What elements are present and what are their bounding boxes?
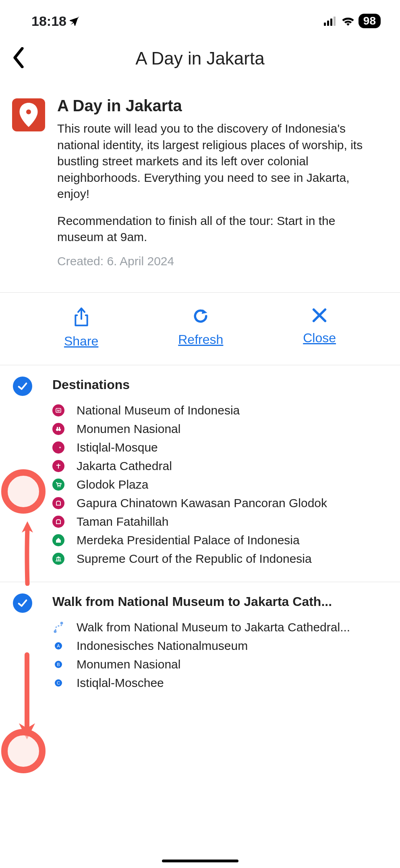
wifi-icon (342, 13, 354, 29)
close-button[interactable]: Close (303, 307, 336, 349)
destination-item[interactable]: Jakarta Cathedral (52, 459, 388, 473)
route-stop-icon: A (52, 640, 64, 652)
trip-title: A Day in Jakarta (57, 97, 384, 115)
home-indicator (162, 860, 238, 862)
cellular-icon (324, 13, 338, 29)
svg-rect-26 (60, 558, 60, 560)
poi-icon-bank (52, 553, 64, 565)
destination-label: Merdeka Presidential Palace of Indonesia (77, 533, 300, 547)
svg-rect-15 (59, 427, 60, 429)
walk-label: Walk from National Museum to Jakarta Cat… (77, 620, 350, 634)
battery-level: 98 (359, 14, 381, 28)
walk-item[interactable]: AIndonesisches Nationalmuseum (52, 639, 388, 653)
walk-label: Istiqlal-Moschee (77, 676, 164, 690)
refresh-label: Refresh (178, 332, 223, 347)
destination-label: Istiqlal-Mosque (77, 441, 158, 454)
destinations-title: Destinations (52, 377, 388, 392)
svg-rect-2 (327, 21, 329, 26)
share-button[interactable]: Share (64, 307, 98, 349)
share-icon (73, 307, 89, 328)
walk-item[interactable]: BMonumen Nasional (52, 658, 388, 671)
destination-item[interactable]: Monumen Nasional (52, 422, 388, 436)
svg-rect-4 (334, 17, 336, 26)
route-icon (52, 621, 64, 633)
poi-icon-cart (52, 479, 64, 491)
svg-text:M: M (57, 409, 60, 412)
poi-icon-gate (52, 516, 64, 528)
poi-icon-binoculars (52, 423, 64, 435)
svg-rect-24 (56, 558, 57, 560)
poi-icon-gate (52, 497, 64, 509)
svg-rect-17 (58, 464, 59, 468)
walk-item[interactable]: Walk from National Museum to Jakarta Cat… (52, 620, 388, 634)
destination-label: Supreme Court of the Republic of Indones… (77, 552, 312, 566)
destination-label: National Museum of Indonesia (77, 404, 240, 417)
destinations-section[interactable]: Destinations MNational Museum of Indones… (0, 365, 400, 582)
page-title: A Day in Jakarta (12, 48, 388, 69)
destination-item[interactable]: Istiqlal-Mosque (52, 441, 388, 454)
trip-created: Created: 6. April 2024 (57, 254, 384, 268)
walk-label: Indonesisches Nationalmuseum (77, 639, 248, 653)
refresh-icon (192, 307, 209, 327)
trip-info: A Day in Jakarta This route will lead yo… (0, 85, 400, 292)
route-stop-icon: B (52, 658, 64, 670)
annotation-arrow-up (19, 521, 35, 587)
destination-item[interactable]: Glodok Plaza (52, 478, 388, 491)
svg-point-19 (58, 486, 59, 487)
svg-rect-25 (58, 558, 59, 560)
back-button[interactable] (12, 47, 25, 70)
trip-pin-icon (12, 98, 45, 131)
annotation-arrow-down (17, 652, 37, 742)
annotation-circle-bottom (1, 729, 46, 773)
check-toggle-destinations[interactable] (13, 377, 32, 396)
annotation-circle-top (1, 469, 46, 514)
close-icon (311, 307, 327, 325)
trip-recommendation: Recommendation to finish all of the tour… (57, 213, 384, 246)
destination-item[interactable]: Supreme Court of the Republic of Indones… (52, 552, 388, 566)
status-time: 18:18 (31, 13, 66, 29)
destination-label: Monumen Nasional (77, 422, 180, 436)
poi-icon-cross (52, 460, 64, 472)
share-label: Share (64, 334, 98, 349)
destination-label: Jakarta Cathedral (77, 459, 172, 473)
destination-label: Taman Fatahillah (77, 515, 168, 529)
close-label: Close (303, 331, 336, 346)
status-right: 98 (324, 13, 381, 29)
destination-label: Glodok Plaza (77, 478, 148, 491)
route-stop-icon: C (52, 677, 64, 689)
svg-rect-14 (57, 427, 58, 429)
walk-item[interactable]: CIstiqlal-Moschee (52, 676, 388, 690)
trip-description: This route will lead you to the discover… (57, 121, 384, 202)
check-toggle-walk[interactable] (13, 593, 32, 613)
svg-point-5 (26, 110, 31, 114)
svg-rect-18 (56, 465, 60, 466)
svg-point-20 (60, 486, 61, 487)
walk-title: Walk from National Museum to Jakarta Cat… (52, 594, 388, 609)
destination-item[interactable]: Merdeka Presidential Palace of Indonesia (52, 533, 388, 547)
svg-rect-27 (56, 560, 61, 561)
poi-icon-crescent (52, 441, 64, 454)
walk-section[interactable]: Walk from National Museum to Jakarta Cat… (0, 582, 400, 694)
status-bar: 18:18 98 (0, 0, 400, 32)
status-left: 18:18 (31, 13, 80, 29)
svg-point-29 (60, 622, 63, 624)
svg-rect-1 (324, 23, 326, 26)
destination-item[interactable]: Gapura Chinatown Kawasan Pancoran Glodok (52, 496, 388, 510)
destination-item[interactable]: MNational Museum of Indonesia (52, 404, 388, 417)
poi-icon-house (52, 534, 64, 546)
poi-icon-museum: M (52, 404, 64, 416)
svg-rect-3 (330, 19, 332, 26)
header: A Day in Jakarta (0, 32, 400, 85)
location-icon (70, 13, 80, 29)
refresh-button[interactable]: Refresh (178, 307, 223, 349)
svg-marker-23 (56, 556, 61, 558)
action-row: Share Refresh Close (0, 293, 400, 365)
destination-item[interactable]: Taman Fatahillah (52, 515, 388, 529)
walk-label: Monumen Nasional (77, 658, 180, 671)
svg-marker-16 (59, 446, 61, 448)
destination-label: Gapura Chinatown Kawasan Pancoran Glodok (77, 496, 327, 510)
